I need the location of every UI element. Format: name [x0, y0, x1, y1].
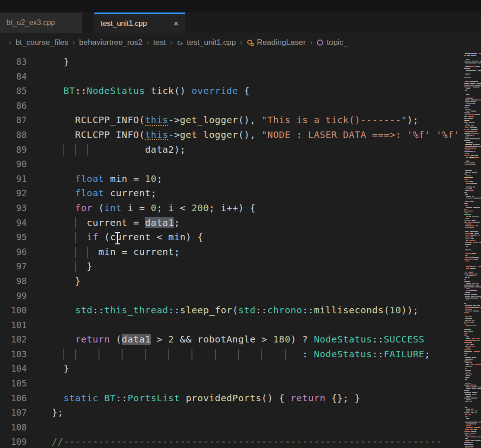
minimap-line	[464, 366, 481, 367]
code-line-108[interactable]: 108	[0, 420, 464, 435]
minimap-line	[464, 331, 481, 332]
minimap-line	[464, 299, 481, 300]
code-line-83[interactable]: 83 }	[0, 55, 464, 69]
minimap-line	[464, 211, 481, 212]
minimap-line	[464, 403, 481, 404]
chevron-right-icon: ›	[147, 38, 149, 47]
code-line-90[interactable]: 90	[0, 157, 464, 172]
minimap-line	[464, 301, 481, 302]
breadcrumb-item-test-unit1-cpp[interactable]: C+test_unit1.cpp	[177, 38, 236, 47]
code-line-93[interactable]: 93 for (int i = 0; i < 200; i++) {	[0, 201, 464, 216]
indent-guide	[75, 261, 76, 272]
minimap-line	[464, 66, 481, 67]
code-line-content: min = current;	[52, 245, 180, 260]
code-line-97[interactable]: 97 }	[0, 259, 464, 274]
indent-guide	[75, 144, 76, 156]
code-line-87[interactable]: 87 RCLCPP_INFO(this->get_logger(), "This…	[0, 113, 464, 128]
code-line-85[interactable]: 85 BT::NodeStatus tick() override {	[0, 84, 464, 99]
code-line-105[interactable]: 105	[0, 376, 464, 391]
minimap-line	[464, 166, 481, 167]
line-number: 109	[0, 435, 27, 448]
line-number: 96	[0, 245, 27, 260]
tab-bt-u2-ex3-cpp[interactable]: bt_u2_ex3.cpp	[0, 12, 82, 33]
breadcrumb-item-behaviortree-ros2[interactable]: behaviortree_ros2	[79, 38, 142, 47]
minimap-line	[464, 207, 481, 208]
minimap-line	[464, 88, 481, 89]
code-line-99[interactable]: 99	[0, 289, 464, 304]
minimap-line	[464, 159, 481, 160]
code-line-101[interactable]: 101	[0, 318, 464, 333]
minimap-line	[464, 255, 481, 256]
breadcrumb-item-test[interactable]: test	[153, 38, 166, 47]
minimap-line	[464, 62, 481, 63]
code-line-86[interactable]: 86	[0, 99, 464, 113]
chevron-right-icon: ›	[9, 38, 11, 47]
code-line-96[interactable]: 96 min = current;	[0, 245, 464, 260]
minimap-line	[464, 98, 481, 99]
code-line-106[interactable]: 106 static BT::PortsList providedPorts()…	[0, 391, 464, 406]
vscode-window: bt_u2_ex3.cpptest_unit1.cpp× ›bt_course_…	[0, 0, 481, 448]
line-number: 99	[0, 289, 27, 304]
line-number: 97	[0, 259, 27, 274]
minimap-line	[464, 296, 481, 297]
code-line-content: }	[52, 55, 69, 69]
code-line-109[interactable]: 109//-----------------------------------…	[0, 435, 464, 448]
minimap-line	[464, 144, 481, 145]
code-line-91[interactable]: 91 float min = 10;	[0, 172, 464, 187]
minimap-line	[464, 309, 481, 310]
minimap-line	[464, 140, 481, 141]
minimap-line	[464, 312, 481, 313]
minimap-line	[464, 107, 481, 108]
breadcrumb[interactable]: ›bt_course_files›behaviortree_ros2›test›…	[0, 33, 481, 52]
minimap-line	[464, 427, 481, 428]
breadcrumb-item-topic-[interactable]: topic_	[316, 38, 347, 47]
minimap-line	[464, 181, 481, 182]
indent-guide	[63, 349, 64, 360]
svg-text:C+: C+	[177, 40, 184, 46]
minimap[interactable]	[464, 53, 481, 448]
code-area[interactable]: 83 }8485 BT::NodeStatus tick() override …	[0, 55, 464, 448]
code-editor[interactable]: 83 }8485 BT::NodeStatus tick() override …	[0, 52, 481, 448]
code-line-103[interactable]: 103 : NodeStatus::FAILURE;	[0, 347, 464, 362]
code-line-94[interactable]: 94 current = data1;	[0, 216, 464, 230]
code-line-100[interactable]: 100 std::this_thread::sleep_for(std::chr…	[0, 303, 464, 318]
close-tab-icon[interactable]: ×	[168, 19, 179, 29]
tab-bar[interactable]: bt_u2_ex3.cpptest_unit1.cpp×	[0, 12, 481, 33]
line-number: 86	[0, 99, 27, 113]
indent-guide	[75, 247, 76, 258]
minimap-line	[464, 283, 481, 284]
code-line-89[interactable]: 89 data2);	[0, 143, 464, 157]
line-number: 89	[0, 143, 27, 157]
minimap-line	[464, 336, 481, 337]
code-line-92[interactable]: 92 float current;	[0, 186, 464, 201]
code-line-88[interactable]: 88 RCLCPP_INFO(this->get_logger(), "NODE…	[0, 128, 464, 143]
breadcrumb-item-readinglaser[interactable]: ReadingLaser	[247, 38, 306, 47]
minimap-line	[464, 142, 481, 143]
minimap-line	[464, 57, 481, 58]
minimap-line	[464, 357, 481, 358]
code-line-95[interactable]: 95 if (current < min) {	[0, 230, 464, 245]
tab-test-unit1-cpp[interactable]: test_unit1.cpp×	[94, 12, 185, 33]
indent-guide	[75, 232, 76, 243]
minimap-line	[464, 188, 481, 189]
minimap-line	[464, 320, 481, 321]
code-line-98[interactable]: 98 }	[0, 274, 464, 289]
minimap-line	[464, 388, 481, 389]
line-number: 90	[0, 157, 27, 172]
minimap-line	[464, 61, 481, 62]
code-line-107[interactable]: 107};	[0, 405, 464, 420]
code-line-84[interactable]: 84	[0, 69, 464, 84]
code-line-content: std::this_thread::sleep_for(std::chrono:…	[52, 303, 419, 318]
minimap-line	[464, 383, 481, 384]
chevron-right-icon: ›	[73, 38, 75, 47]
breadcrumb-item-bt-course-files[interactable]: bt_course_files	[15, 38, 68, 47]
minimap-line	[464, 116, 481, 117]
minimap-line	[464, 224, 481, 224]
code-line-102[interactable]: 102 return (data1 > 2 && robotAngle > 18…	[0, 332, 464, 347]
method-symbol-icon	[316, 39, 324, 46]
minimap-line	[464, 422, 481, 423]
line-number: 98	[0, 274, 27, 289]
code-line-content: }	[52, 274, 81, 289]
code-line-104[interactable]: 104 }	[0, 361, 464, 376]
minimap-line	[464, 318, 481, 319]
